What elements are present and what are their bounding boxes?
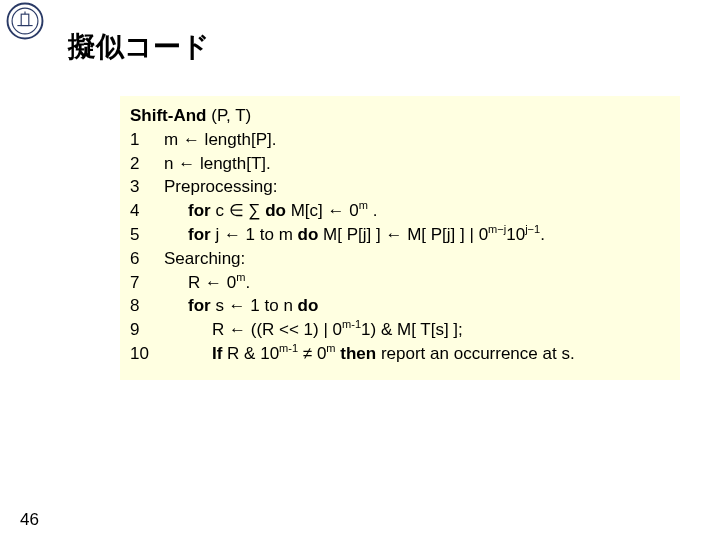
line-body: R ← ((R << 1) | 0m-11) & M[ T[s] ]; [164,318,463,342]
line-body: R ← 0m. [164,271,250,295]
pseudocode-line: 7R ← 0m. [130,271,670,295]
line-body: for s ← 1 to n do [164,294,318,318]
algorithm-header: Shift-And (P, T) [130,104,670,128]
line-number: 3 [130,175,164,199]
pseudocode-line: 3Preprocessing: [130,175,670,199]
pseudocode-line: 9R ← ((R << 1) | 0m-11) & M[ T[s] ]; [130,318,670,342]
svg-rect-2 [21,14,29,25]
pseudocode-block: Shift-And (P, T) 1m ← length[P].2n ← len… [120,96,680,380]
line-number: 2 [130,152,164,176]
svg-point-0 [8,4,43,39]
line-body: Preprocessing: [164,175,277,199]
pseudocode-line: 10If R & 10m-1 ≠ 0m then report an occur… [130,342,670,366]
line-body: for j ← 1 to m do M[ P[j] ] ← M[ P[j] ] … [164,223,545,247]
line-body: n ← length[T]. [164,152,271,176]
line-number: 6 [130,247,164,271]
line-number: 10 [130,342,164,366]
slide-title: 擬似コード [68,28,210,66]
university-seal-logo [6,2,44,40]
pseudocode-line: 5for j ← 1 to m do M[ P[j] ] ← M[ P[j] ]… [130,223,670,247]
line-body: m ← length[P]. [164,128,276,152]
pseudocode-line: 4for c ∈ ∑ do M[c] ← 0m . [130,199,670,223]
line-number: 9 [130,318,164,342]
line-number: 7 [130,271,164,295]
pseudocode-line: 6Searching: [130,247,670,271]
algorithm-args: (P, T) [211,106,251,125]
page-number: 46 [20,510,39,530]
line-number: 8 [130,294,164,318]
line-body: Searching: [164,247,245,271]
line-number: 4 [130,199,164,223]
line-body: for c ∈ ∑ do M[c] ← 0m . [164,199,377,223]
line-body: If R & 10m-1 ≠ 0m then report an occurre… [164,342,575,366]
line-number: 1 [130,128,164,152]
pseudocode-line: 1m ← length[P]. [130,128,670,152]
algorithm-name: Shift-And [130,106,206,125]
line-number: 5 [130,223,164,247]
pseudocode-line: 8for s ← 1 to n do [130,294,670,318]
pseudocode-line: 2n ← length[T]. [130,152,670,176]
